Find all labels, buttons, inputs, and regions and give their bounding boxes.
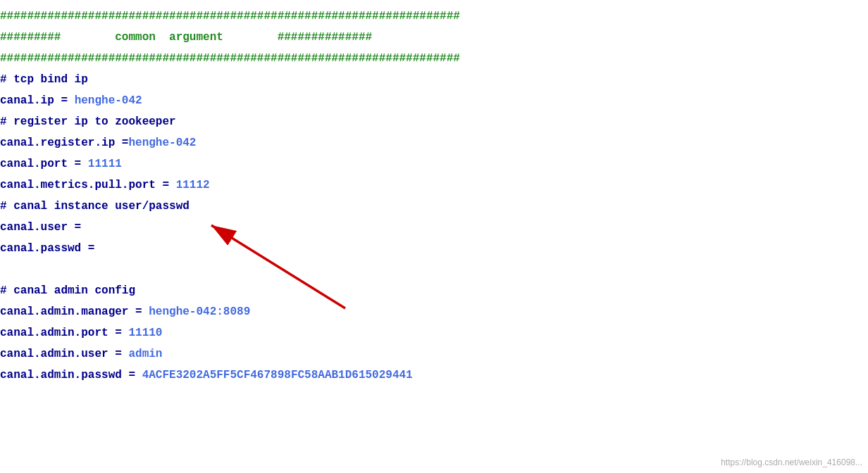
- code-text: canal.metrics.pull.port = 11112: [0, 175, 210, 195]
- code-text: canal.register.ip =henghe-042: [0, 133, 196, 153]
- code-line-empty: [0, 259, 868, 280]
- code-text: # canal instance user/passwd: [0, 196, 190, 216]
- code-line-8: canal.port = 11111: [0, 153, 868, 175]
- code-line-17: canal.admin.user = admin: [0, 343, 868, 365]
- code-text: canal.admin.user = admin: [0, 344, 162, 364]
- code-text: canal.ip = henghe-042: [0, 91, 142, 111]
- code-line-4: # tcp bind ip: [0, 69, 868, 90]
- code-line-2: ######### common argument ##############: [0, 27, 868, 48]
- code-text: canal.admin.manager = henghe-042:8089: [0, 302, 250, 322]
- code-text: canal.admin.port = 11110: [0, 323, 162, 343]
- code-line-9: canal.metrics.pull.port = 11112: [0, 175, 868, 196]
- code-text: ########################################…: [0, 6, 460, 26]
- code-text: canal.user =: [0, 217, 88, 237]
- code-text: canal.admin.passwd = 4ACFE3202A5FF5CF467…: [0, 365, 413, 385]
- code-viewer: ########################################…: [0, 0, 868, 473]
- code-text: [0, 260, 7, 279]
- code-text: canal.passwd =: [0, 239, 101, 258]
- code-text: # canal admin config: [0, 281, 135, 301]
- code-line-15: canal.admin.manager = henghe-042:8089: [0, 301, 868, 322]
- code-line-1: ########################################…: [0, 6, 868, 27]
- code-line-12: canal.passwd =: [0, 238, 868, 259]
- code-line-10: # canal instance user/passwd: [0, 196, 868, 217]
- code-line-3: ########################################…: [0, 48, 868, 69]
- code-text: canal.port = 11111: [0, 154, 122, 174]
- code-line-14: # canal admin config: [0, 280, 868, 301]
- watermark: https://blog.csdn.net/weixin_416098...: [721, 458, 862, 467]
- code-line-5: canal.ip = henghe-042: [0, 90, 868, 111]
- code-text: ########################################…: [0, 49, 460, 68]
- code-line-11: canal.user =: [0, 217, 868, 238]
- code-text: ######### common argument ##############: [0, 27, 372, 47]
- code-text: # register ip to zookeeper: [0, 112, 176, 132]
- code-line-16: canal.admin.port = 11110: [0, 322, 868, 343]
- code-line-6: # register ip to zookeeper: [0, 111, 868, 132]
- code-text: # tcp bind ip: [0, 70, 88, 89]
- code-line-18: canal.admin.passwd = 4ACFE3202A5FF5CF467…: [0, 365, 868, 386]
- code-line-7: canal.register.ip =henghe-042: [0, 132, 868, 153]
